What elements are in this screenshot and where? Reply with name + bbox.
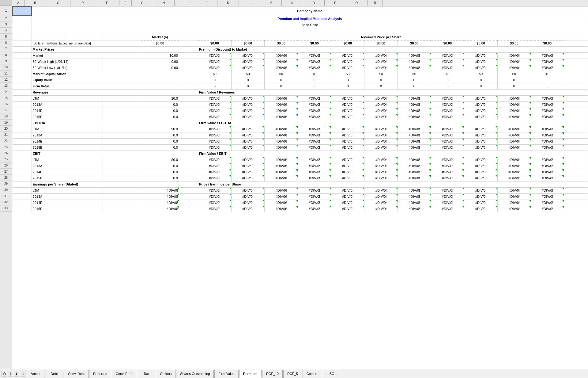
cell-q10[interactable]: #DIV/0! bbox=[531, 65, 564, 71]
cell-k8[interactable]: #DIV/0! bbox=[331, 52, 364, 59]
rownum-26[interactable]: 26 bbox=[0, 162, 12, 169]
rownum-24[interactable]: 24 bbox=[0, 150, 12, 156]
cell-r13[interactable] bbox=[564, 83, 588, 89]
cell-q27[interactable]: #DIV/0! bbox=[531, 169, 564, 175]
cell-r5[interactable] bbox=[564, 34, 588, 40]
cell-j32[interactable]: #DIV/0! bbox=[298, 200, 331, 206]
cell-c5[interactable] bbox=[65, 34, 103, 40]
cell-n23[interactable]: #DIV/0! bbox=[431, 144, 464, 151]
cell-q17[interactable]: #DIV/0! bbox=[531, 108, 564, 114]
cell-j8[interactable]: #DIV/0! bbox=[298, 52, 331, 59]
cell-k9[interactable]: #DIV/0! bbox=[331, 59, 364, 65]
cell-g33[interactable]: #DIV/0! bbox=[198, 206, 231, 212]
cell-market-label[interactable]: Market bbox=[32, 52, 103, 59]
cell-p32[interactable]: #DIV/0! bbox=[497, 200, 531, 206]
cell-q9[interactable]: #DIV/0! bbox=[531, 59, 564, 65]
cell-r31[interactable] bbox=[564, 193, 588, 200]
cell-j18[interactable]: #DIV/0! bbox=[298, 114, 331, 120]
cell-g11[interactable]: $0 bbox=[198, 71, 231, 77]
cell-g15[interactable]: #DIV/0! bbox=[198, 95, 231, 101]
cell-d5[interactable] bbox=[103, 34, 141, 40]
cell-o17[interactable]: #DIV/0! bbox=[464, 108, 498, 114]
cell-a31[interactable] bbox=[13, 193, 32, 200]
cell-e21[interactable]: 0.0 bbox=[141, 132, 179, 138]
cell-g28[interactable]: #DIV/0! bbox=[198, 175, 231, 181]
rownum-16[interactable]: 16 bbox=[0, 101, 12, 107]
cell-k30[interactable]: #DIV/0! bbox=[331, 187, 364, 193]
cell-h33[interactable]: #DIV/0! bbox=[231, 206, 265, 212]
rownum-3[interactable]: 3 bbox=[0, 21, 12, 28]
cell-l17[interactable]: #DIV/0! bbox=[364, 108, 398, 114]
cell-m12[interactable]: 0 bbox=[398, 77, 431, 83]
cell-o30[interactable]: #DIV/0! bbox=[464, 187, 498, 193]
cell-e26[interactable]: 0.0 bbox=[141, 163, 179, 169]
cell-r12[interactable] bbox=[564, 77, 588, 83]
rownum-12[interactable]: 12 bbox=[0, 77, 12, 83]
cell-ebitda-2015e-label[interactable]: 2015E bbox=[32, 144, 103, 151]
cell-p16[interactable]: #DIV/0! bbox=[497, 101, 531, 108]
cell-j26[interactable]: #DIV/0! bbox=[298, 163, 331, 169]
cell-n22[interactable]: #DIV/0! bbox=[431, 138, 464, 144]
cell-p6[interactable]: $0.00 bbox=[497, 40, 531, 46]
cell-a33[interactable] bbox=[13, 206, 32, 212]
cell-r33[interactable] bbox=[564, 206, 588, 212]
cell-j33[interactable]: #DIV/0! bbox=[298, 206, 331, 212]
cell-k10[interactable]: #DIV/0! bbox=[331, 65, 364, 71]
cell-i21[interactable]: #DIV/0! bbox=[265, 132, 298, 138]
cell-revenues-label[interactable]: Revenues bbox=[32, 89, 141, 95]
cell-e7[interactable] bbox=[141, 46, 179, 52]
cell-g32[interactable]: #DIV/0! bbox=[198, 200, 231, 206]
rownum-30[interactable]: 30 bbox=[0, 187, 12, 193]
tab-preferred[interactable]: Preferred bbox=[89, 370, 111, 378]
col-header-q[interactable]: Q bbox=[346, 0, 368, 6]
cell-g8[interactable]: #DIV/0! bbox=[198, 52, 231, 59]
cell-g31[interactable]: #DIV/0! bbox=[198, 193, 231, 200]
cell-f18[interactable] bbox=[179, 114, 198, 120]
cell-g20[interactable]: #DIV/0! bbox=[198, 126, 231, 132]
cell-h12[interactable]: 0 bbox=[231, 77, 265, 83]
cell-m13[interactable]: 0 bbox=[398, 83, 431, 89]
cell-k27[interactable]: #DIV/0! bbox=[331, 169, 364, 175]
cell-m9[interactable]: #DIV/0! bbox=[398, 59, 431, 65]
cell-q26[interactable]: #DIV/0! bbox=[531, 163, 564, 169]
cell-h17[interactable]: #DIV/0! bbox=[231, 108, 265, 114]
cell-q23[interactable]: #DIV/0! bbox=[531, 144, 564, 151]
cell-f19[interactable] bbox=[179, 120, 198, 126]
cell-n12[interactable]: 0 bbox=[431, 77, 464, 83]
cell-j17[interactable]: #DIV/0! bbox=[298, 108, 331, 114]
cell-d32[interactable] bbox=[103, 200, 141, 206]
cell-g18[interactable]: #DIV/0! bbox=[198, 114, 231, 120]
cell-d25[interactable] bbox=[103, 157, 141, 163]
cell-q25[interactable]: #DIV/0! bbox=[531, 157, 564, 163]
cell-d23[interactable] bbox=[103, 144, 141, 151]
cell-e9[interactable]: 0.00 bbox=[141, 59, 179, 65]
cell-e23[interactable]: 0.0 bbox=[141, 144, 179, 151]
cell-o33[interactable]: #DIV/0! bbox=[464, 206, 498, 212]
cell-q8[interactable]: #DIV/0! bbox=[531, 52, 564, 59]
tab-dcf-10[interactable]: DCF_10 bbox=[262, 370, 283, 378]
cell-ebit-label[interactable]: EBIT bbox=[32, 151, 141, 157]
cell-e24[interactable] bbox=[141, 151, 179, 157]
cell-l32[interactable]: #DIV/0! bbox=[364, 200, 398, 206]
cell-i6[interactable]: $0.00 bbox=[265, 40, 298, 46]
cell-k25[interactable]: #DIV/0! bbox=[331, 157, 364, 163]
cell-h28[interactable]: #DIV/0! bbox=[231, 175, 265, 181]
rownum-4[interactable]: 4 bbox=[0, 28, 12, 34]
cell-o23[interactable]: #DIV/0! bbox=[464, 144, 498, 151]
cell-o27[interactable]: #DIV/0! bbox=[464, 169, 498, 175]
cell-k21[interactable]: #DIV/0! bbox=[331, 132, 364, 138]
cell-n13[interactable]: 0 bbox=[431, 83, 464, 89]
cell-h31[interactable]: #DIV/0! bbox=[231, 193, 265, 200]
cell-e10[interactable]: 0.00 bbox=[141, 65, 179, 71]
cell-a5[interactable] bbox=[13, 34, 32, 40]
cell-i13[interactable]: 0 bbox=[265, 83, 298, 89]
cell-p23[interactable]: #DIV/0! bbox=[497, 144, 531, 151]
cell-title[interactable]: Company Name bbox=[32, 6, 588, 16]
cell-p20[interactable]: #DIV/0! bbox=[497, 126, 531, 132]
cell-k16[interactable]: #DIV/0! bbox=[331, 101, 364, 108]
tab-premium[interactable]: Premium bbox=[239, 370, 262, 378]
cell-m33[interactable]: #DIV/0! bbox=[398, 206, 431, 212]
cell-q16[interactable]: #DIV/0! bbox=[531, 101, 564, 108]
cell-l31[interactable]: #DIV/0! bbox=[364, 193, 398, 200]
cell-f30[interactable] bbox=[179, 187, 198, 193]
